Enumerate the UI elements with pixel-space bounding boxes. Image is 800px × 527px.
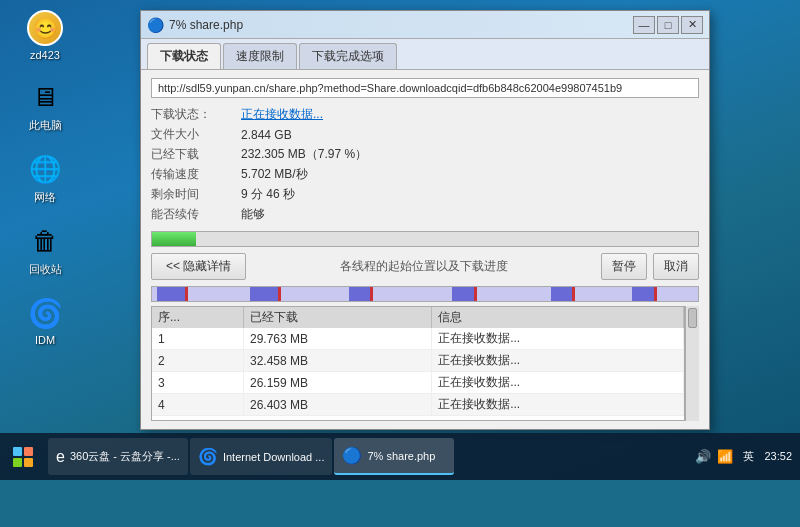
col-info: 信息 [432, 307, 684, 328]
table-row: 4 26.403 MB 正在接收数据... [152, 394, 684, 416]
cell-downloaded: 29.763 MB [243, 328, 431, 350]
cell-downloaded: 26.403 MB [243, 394, 431, 416]
progress-bar-container [151, 231, 699, 247]
taskbar-item-idm-label: Internet Download ... [223, 451, 325, 463]
start-button[interactable] [0, 433, 46, 480]
taskbar: e 360云盘 - 云盘分享 -... 🌀 Internet Download … [0, 433, 800, 480]
desktop-icon-network-label: 网络 [34, 190, 56, 205]
details-button[interactable]: << 隐藏详情 [151, 253, 246, 280]
table-row: 3 26.159 MB 正在接收数据... [152, 372, 684, 394]
download-dialog: 🔵 7% share.php — □ ✕ 下载状态 速度限制 下载完成选项 ht… [140, 10, 710, 430]
col-downloaded: 已经下载 [243, 307, 431, 328]
taskbar-item-download-label: 7% share.php [367, 450, 435, 462]
taskbar-item-download-icon: 🔵 [342, 446, 362, 465]
thread-table-area: 序... 已经下载 信息 1 29.763 MB 正在接收数据... 2 32.… [151, 306, 699, 421]
filesize-value: 2.844 GB [241, 128, 292, 142]
pause-button[interactable]: 暂停 [601, 253, 647, 280]
info-row-resumable: 能否续传 能够 [151, 206, 699, 223]
progress-bar [152, 232, 196, 246]
taskbar-item-idm[interactable]: 🌀 Internet Download ... [190, 438, 333, 475]
cell-info: 正在接收数据... [432, 350, 684, 372]
table-row: 1 29.763 MB 正在接收数据... [152, 328, 684, 350]
speed-value: 5.702 MB/秒 [241, 166, 308, 183]
info-row-speed: 传输速度 5.702 MB/秒 [151, 166, 699, 183]
cell-seq: 1 [152, 328, 243, 350]
desktop-icon-trash-label: 回收站 [29, 262, 62, 277]
status-label: 下载状态： [151, 106, 241, 123]
thread-table: 序... 已经下载 信息 1 29.763 MB 正在接收数据... 2 32.… [152, 307, 684, 416]
buttons-row: << 隐藏详情 各线程的起始位置以及下载进度 暂停 取消 [151, 253, 699, 280]
dialog-tabs: 下载状态 速度限制 下载完成选项 [141, 39, 709, 70]
maximize-button[interactable]: □ [657, 16, 679, 34]
volume-icon: 📶 [717, 449, 733, 464]
segment-bar [151, 286, 699, 302]
info-row-remaining: 剩余时间 9 分 46 秒 [151, 186, 699, 203]
close-button[interactable]: ✕ [681, 16, 703, 34]
col-seq: 序... [152, 307, 243, 328]
progress-label: 各线程的起始位置以及下载进度 [252, 258, 595, 275]
tab-speed-limit[interactable]: 速度限制 [223, 43, 297, 69]
desktop-icon-pc[interactable]: 🖥 此电脑 [15, 79, 75, 133]
cell-info: 正在接收数据... [432, 372, 684, 394]
idm-icon: 🌀 [27, 295, 63, 331]
cell-info: 正在接收数据... [432, 328, 684, 350]
taskbar-time[interactable]: 23:52 [764, 449, 792, 464]
desktop: 😊 zd423 🖥 此电脑 🌐 网络 🗑 回收站 🌀 IDM 🔵 7% shar [0, 0, 800, 480]
dialog-title-icon: 🔵 [147, 17, 164, 33]
dialog-controls: — □ ✕ [633, 16, 703, 34]
remaining-label: 剩余时间 [151, 186, 241, 203]
dialog-content: http://sdl59.yunpan.cn/share.php?method=… [141, 70, 709, 429]
taskbar-sys-icons: 🔊 📶 [695, 449, 733, 464]
taskbar-clock: 23:52 [764, 449, 792, 464]
cell-downloaded: 26.159 MB [243, 372, 431, 394]
windows-logo-icon [13, 447, 33, 467]
speed-label: 传输速度 [151, 166, 241, 183]
tab-complete-options[interactable]: 下载完成选项 [299, 43, 397, 69]
cell-seq: 4 [152, 394, 243, 416]
taskbar-item-download[interactable]: 🔵 7% share.php [334, 438, 454, 475]
cell-info: 正在接收数据... [432, 394, 684, 416]
resumable-label: 能否续传 [151, 206, 241, 223]
dialog-titlebar: 🔵 7% share.php — □ ✕ [141, 11, 709, 39]
dialog-title: 7% share.php [169, 18, 628, 32]
info-table: 下载状态： 正在接收数据... 文件大小 2.844 GB 已经下载 232.3… [151, 106, 699, 223]
cell-downloaded: 32.458 MB [243, 350, 431, 372]
url-bar: http://sdl59.yunpan.cn/share.php?method=… [151, 78, 699, 98]
tab-download-status[interactable]: 下载状态 [147, 43, 221, 69]
desktop-icon-trash[interactable]: 🗑 回收站 [15, 223, 75, 277]
desktop-icon-user-label: zd423 [30, 49, 60, 61]
taskbar-right: 🔊 📶 英 23:52 [695, 449, 800, 464]
cell-seq: 2 [152, 350, 243, 372]
scrollbar[interactable] [685, 306, 699, 421]
taskbar-item-360cloud[interactable]: e 360云盘 - 云盘分享 -... [48, 438, 188, 475]
taskbar-item-360cloud-label: 360云盘 - 云盘分享 -... [70, 449, 180, 464]
info-row-status: 下载状态： 正在接收数据... [151, 106, 699, 123]
network-status-icon: 🔊 [695, 449, 711, 464]
table-row: 2 32.458 MB 正在接收数据... [152, 350, 684, 372]
thread-table-wrap[interactable]: 序... 已经下载 信息 1 29.763 MB 正在接收数据... 2 32.… [151, 306, 685, 421]
info-row-downloaded: 已经下载 232.305 MB（7.97 %） [151, 146, 699, 163]
taskbar-items: e 360云盘 - 云盘分享 -... 🌀 Internet Download … [48, 438, 693, 475]
desktop-icon-idm-label: IDM [35, 334, 55, 346]
cancel-button[interactable]: 取消 [653, 253, 699, 280]
minimize-button[interactable]: — [633, 16, 655, 34]
remaining-value: 9 分 46 秒 [241, 186, 295, 203]
desktop-icon-idm[interactable]: 🌀 IDM [15, 295, 75, 346]
filesize-label: 文件大小 [151, 126, 241, 143]
info-row-filesize: 文件大小 2.844 GB [151, 126, 699, 143]
pc-icon: 🖥 [27, 79, 63, 115]
network-icon: 🌐 [27, 151, 63, 187]
trash-icon: 🗑 [27, 223, 63, 259]
desktop-icon-user[interactable]: 😊 zd423 [15, 10, 75, 61]
desktop-icon-pc-label: 此电脑 [29, 118, 62, 133]
desktop-icons: 😊 zd423 🖥 此电脑 🌐 网络 🗑 回收站 🌀 IDM [15, 10, 75, 346]
taskbar-lang: 英 [743, 449, 754, 464]
taskbar-item-idm-icon: 🌀 [198, 447, 218, 466]
downloaded-value: 232.305 MB（7.97 %） [241, 146, 367, 163]
cell-seq: 3 [152, 372, 243, 394]
resumable-value: 能够 [241, 206, 265, 223]
desktop-icon-network[interactable]: 🌐 网络 [15, 151, 75, 205]
status-value[interactable]: 正在接收数据... [241, 106, 323, 123]
user-avatar-icon: 😊 [27, 10, 63, 46]
taskbar-item-360cloud-icon: e [56, 448, 65, 466]
